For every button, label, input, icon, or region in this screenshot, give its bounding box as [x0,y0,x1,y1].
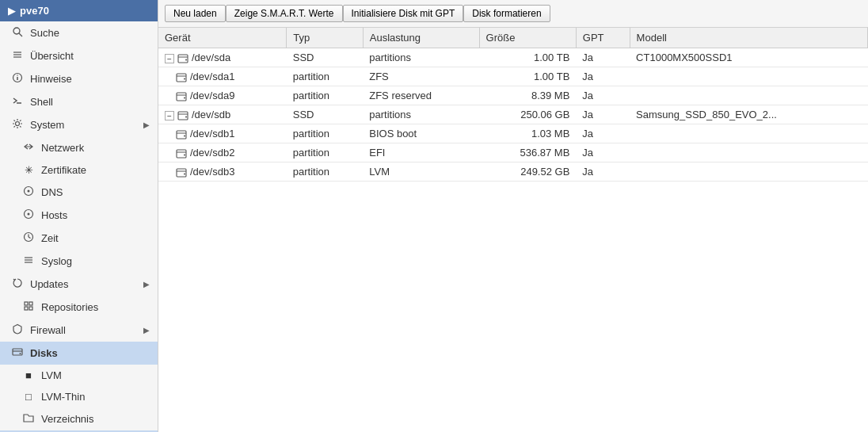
svg-point-33 [185,59,187,60]
sidebar-item-updates[interactable]: Updates▶ [0,273,158,296]
verzeichnis-icon [22,412,35,426]
row-auslastung-sda1: ZFS [363,67,479,86]
sidebar-item-suche[interactable]: Suche [0,21,158,44]
row-auslastung-sdb3: LVM [363,162,479,182]
row-gerat-sdb1: /dev/sdb1 [158,124,287,143]
repositories-icon [22,300,35,314]
sidebar-item-label-shell: Shell [30,96,53,108]
row-name-sdb2: /dev/sdb2 [190,147,234,159]
svg-point-42 [185,116,187,117]
netzwerk-icon [22,141,35,155]
hinweise-icon [11,72,24,86]
svg-point-11 [28,190,30,193]
toolbar-buttons-container: Neu ladenZeige S.M.A.R.T. WerteInitialis… [165,5,550,22]
sidebar-item-lvm-thin[interactable]: □LVM-Thin [0,386,158,407]
node-icon: ▶ [8,6,15,17]
row-auslastung-sdb2: EFI [363,143,479,162]
sidebar-item-label-zertifikate: Zertifikate [41,164,86,176]
table-header: GerätTypAuslastungGrößeGPTModell [158,28,868,48]
row-gerat-sda1: /dev/sda1 [158,67,287,86]
svg-point-51 [184,173,185,174]
row-name-sdb3: /dev/sdb3 [190,166,234,178]
sidebar-item-firewall[interactable]: Firewall▶ [0,319,158,342]
table-row[interactable]: /dev/sdb1partitionBIOS boot1.03 MBJa [158,124,868,143]
sidebar-item-netzwerk[interactable]: Netzwerk [0,136,158,159]
column-header-gpt: GPT [576,28,630,48]
sidebar-item-syslog[interactable]: Syslog [0,250,158,273]
sidebar-item-hosts[interactable]: Hosts [0,204,158,227]
updates-icon [11,277,24,291]
svg-point-48 [184,154,185,155]
zertifikate-icon: ✳ [22,164,35,176]
svg-point-7 [17,75,17,75]
row-modell-sda1 [630,67,867,86]
row-gpt-sdb2: Ja [576,143,630,162]
sdb-expand-icon[interactable]: − [165,111,174,120]
row-gerat-sdb2: /dev/sdb2 [158,143,287,162]
sidebar-item-uebersicht[interactable]: Übersicht [0,44,158,67]
svg-rect-49 [177,169,186,177]
sidebar-item-label-suche: Suche [30,27,59,39]
sda-expand-icon[interactable]: − [165,54,174,63]
row-name-sda9: /dev/sda9 [190,90,234,101]
svg-rect-21 [29,302,32,305]
svg-rect-23 [29,307,32,310]
sidebar-item-hinweise[interactable]: Hinweise [0,67,158,90]
sidebar-item-label-syslog: Syslog [41,255,72,267]
sidebar-item-shell[interactable]: Shell [0,90,158,113]
sidebar-item-lvm[interactable]: ■LVM [0,365,158,386]
svg-rect-40 [178,112,188,120]
sidebar-item-label-dns: DNS [41,186,63,198]
table-row[interactable]: /dev/sda9partitionZFS reserved8.39 MBJa [158,86,868,105]
table-row[interactable]: /dev/sdb3partitionLVM249.52 GBJa [158,162,868,182]
sidebar-item-repositories[interactable]: Repositories [0,296,158,319]
sidebar-item-label-hinweise: Hinweise [30,73,72,85]
sidebar-item-disks[interactable]: Disks [0,342,158,365]
disk-formatieren-button[interactable]: Disk formatieren [463,5,550,22]
row-modell-sda: CT1000MX500SSD1 [630,48,867,67]
svg-rect-22 [25,307,28,310]
svg-point-36 [184,78,185,79]
column-header-modell: Modell [630,28,867,48]
row-gerat-sdb: −/dev/sdb [158,105,287,124]
disk-table: GerätTypAuslastungGrößeGPTModell −/dev/s… [158,28,868,182]
shell-icon [11,95,24,109]
svg-rect-34 [177,74,186,82]
sidebar-item-dns[interactable]: DNS [0,181,158,204]
smart-werte-button[interactable]: Zeige S.M.A.R.T. Werte [226,5,343,22]
updates-chevron-icon: ▶ [143,280,150,289]
row-auslastung-sdb: partitions [363,105,479,124]
table-row[interactable]: −/dev/sdbSSDpartitions250.06 GBJaSamsung… [158,105,868,124]
sidebar-item-label-verzeichnis: Verzeichnis [41,413,93,425]
sidebar: ▶ pve70 SucheÜbersichtHinweiseShellSyste… [0,0,158,432]
row-grosse-sdb2: 536.87 MB [479,143,576,162]
neu-laden-button[interactable]: Neu laden [165,5,226,22]
firewall-icon [11,323,24,337]
table-row[interactable]: /dev/sda1partitionZFS1.00 TBJa [158,67,868,86]
row-typ-sdb2: partition [287,143,363,162]
syslog-icon [22,254,35,268]
table-row[interactable]: −/dev/sdaSSDpartitions1.00 TBJaCT1000MX5… [158,48,868,67]
sidebar-item-zeit[interactable]: Zeit [0,227,158,250]
sidebar-item-zertifikate[interactable]: ✳Zertifikate [0,159,158,181]
row-auslastung-sda: partitions [363,48,479,67]
sidebar-item-label-repositories: Repositories [41,301,98,313]
svg-point-0 [13,28,20,34]
svg-rect-31 [178,55,188,63]
row-grosse-sda1: 1.00 TB [479,67,576,86]
table-row[interactable]: /dev/sdb2partitionEFI536.87 MBJa [158,143,868,162]
svg-rect-37 [177,93,186,101]
svg-rect-20 [25,302,28,305]
row-gpt-sda: Ja [576,48,630,67]
sidebar-item-verzeichnis[interactable]: Verzeichnis [0,407,158,430]
row-gpt-sda1: Ja [576,67,630,86]
svg-point-45 [184,135,185,136]
init-disk-button[interactable]: Initialisiere Disk mit GPT [343,5,464,22]
sidebar-item-system[interactable]: System▶ [0,113,158,136]
sidebar-item-label-zeit: Zeit [41,232,59,244]
lvm-thin-icon: □ [22,391,35,403]
row-modell-sdb1 [630,124,867,143]
column-header-grosse: Größe [479,28,576,48]
sidebar-header: ▶ pve70 [0,0,158,21]
row-typ-sda: SSD [287,48,363,67]
